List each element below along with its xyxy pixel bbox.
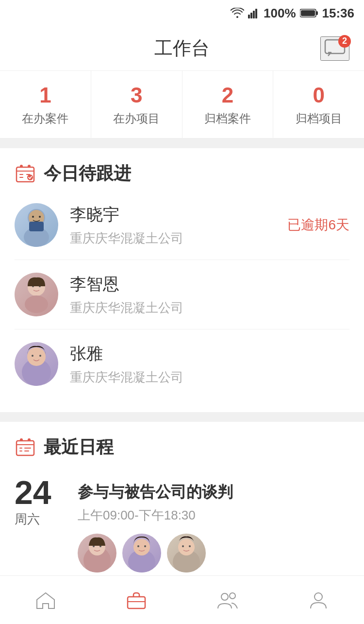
svg-point-43 [137,545,139,547]
status-bar: 100% 15:36 [0,0,364,26]
stat-active-cases[interactable]: 1 在办案件 [0,71,91,138]
stat-active-projects[interactable]: 3 在办项目 [91,71,182,138]
schedule-day-name: 周六 [15,511,63,528]
svg-rect-34 [19,451,22,451]
stat-archived-cases-label: 归档案件 [204,112,251,125]
stat-archived-projects[interactable]: 0 归档项目 [273,71,364,138]
attendee-avatar-3 [167,534,206,572]
schedule-section: 最近日程 24 周六 参与与被告公司的谈判 上午09:00-下午18:30 [0,422,364,591]
svg-point-32 [28,438,31,441]
svg-point-9 [20,165,23,168]
svg-rect-5 [316,11,318,15]
schedule-item-0[interactable]: 24 周六 参与与被告公司的谈判 上午09:00-下午18:30 [15,464,349,577]
svg-rect-3 [255,9,257,18]
contact-list: 李晓宇 重庆庆华混凝土公司 已逾期6天 李智恩 重庆庆华混凝土 [15,191,349,399]
svg-rect-1 [250,13,252,18]
schedule-title: 最近日程 [44,435,114,459]
battery-pct: 100% [264,6,296,21]
avatar-lixiaoyu [15,203,58,247]
contact-item-zhangya[interactable]: 张雅 重庆庆华混凝土公司 [15,329,349,399]
svg-point-51 [230,593,235,599]
nav-item-contacts[interactable] [182,576,273,624]
stat-active-projects-num: 3 [96,85,177,106]
follow-up-section-icon [16,164,35,184]
people-icon [217,589,238,611]
schedule-header: 最近日程 [15,435,349,459]
person-icon [308,589,329,611]
svg-point-46 [178,539,195,555]
schedule-day-num: 24 [15,476,63,509]
follow-up-section: 今日待跟进 李晓宇 重庆庆华混凝土公司 已逾期6天 [0,148,364,412]
attendee-avatar-1 [78,534,116,572]
nav-item-home[interactable] [0,576,91,624]
svg-point-25 [25,295,48,313]
briefcase-icon [126,589,147,611]
svg-point-48 [189,545,191,547]
svg-point-20 [39,216,41,218]
svg-point-10 [28,165,31,168]
contact-item-lixiaoyu[interactable]: 李晓宇 重庆庆华混凝土公司 已逾期6天 [15,191,349,260]
svg-point-28 [32,355,33,357]
svg-point-29 [39,355,41,357]
avatar-zhangya [15,342,58,386]
svg-rect-36 [24,451,29,451]
signal-icon [248,8,260,18]
status-icons: 100% 15:36 [231,6,354,21]
schedule-date: 24 周六 [15,476,63,528]
schedule-event-title: 参与与被告公司的谈判 [78,482,349,503]
stat-active-cases-label: 在办案件 [22,112,68,125]
svg-point-14 [27,174,33,180]
message-button[interactable]: 2 [320,36,349,61]
svg-point-47 [182,545,184,547]
svg-rect-6 [301,10,315,16]
header: 工作台 2 [0,26,364,71]
svg-rect-49 [128,597,145,608]
schedule-section-icon [16,438,35,457]
contact-info-lizhien: 李智恩 重庆庆华混凝土公司 [70,273,349,316]
avatar-lizhien [15,273,58,316]
svg-rect-12 [19,177,23,178]
time-display: 15:36 [322,6,355,21]
message-icon-wrap: 2 [324,39,346,58]
svg-rect-11 [19,174,23,175]
contact-info-lixiaoyu: 李晓宇 重庆庆华混凝土公司 [70,204,278,247]
contact-info-zhangya: 张雅 重庆庆华混凝土公司 [70,343,349,386]
overdue-tag-lixiaoyu: 已逾期6天 [278,216,349,234]
stats-row: 1 在办案件 3 在办项目 2 归档案件 0 归档项目 [0,71,364,139]
bottom-nav [0,575,364,624]
contact-company-zhangya: 重庆庆华混凝土公司 [70,369,349,386]
stat-archived-cases-num: 2 [187,85,268,106]
svg-rect-35 [24,448,31,449]
svg-point-31 [20,438,23,441]
contact-name-lizhien: 李智恩 [70,273,349,295]
contact-company-lizhien: 重庆庆华混凝土公司 [70,299,349,316]
follow-up-title: 今日待跟进 [44,162,131,186]
section-divider-2 [0,412,364,422]
stat-archived-projects-num: 0 [278,85,359,106]
follow-up-icon [15,163,36,185]
svg-point-27 [27,347,46,366]
svg-point-52 [314,593,322,601]
contact-item-lizhien[interactable]: 李智恩 重庆庆华混凝土公司 [15,260,349,329]
nav-item-profile[interactable] [273,576,364,624]
stat-active-projects-label: 在办项目 [113,112,160,125]
svg-rect-2 [253,11,255,18]
svg-point-42 [133,539,150,555]
nav-item-workbench[interactable] [91,576,182,624]
schedule-time: 上午09:00-下午18:30 [78,507,349,524]
svg-rect-0 [248,15,250,18]
stat-active-cases-num: 1 [5,85,86,106]
svg-point-50 [221,593,228,600]
stat-archived-projects-label: 归档项目 [296,112,342,125]
message-badge: 2 [338,35,351,48]
svg-rect-18 [29,222,44,231]
svg-point-19 [32,216,34,218]
stat-archived-cases[interactable]: 2 归档案件 [182,71,274,138]
schedule-attendees [78,534,349,572]
contact-name-zhangya: 张雅 [70,343,349,365]
battery-icon [300,8,318,18]
svg-point-44 [144,545,146,547]
follow-up-header: 今日待跟进 [15,162,349,186]
section-divider-1 [0,139,364,148]
attendee-avatar-2 [122,534,161,572]
